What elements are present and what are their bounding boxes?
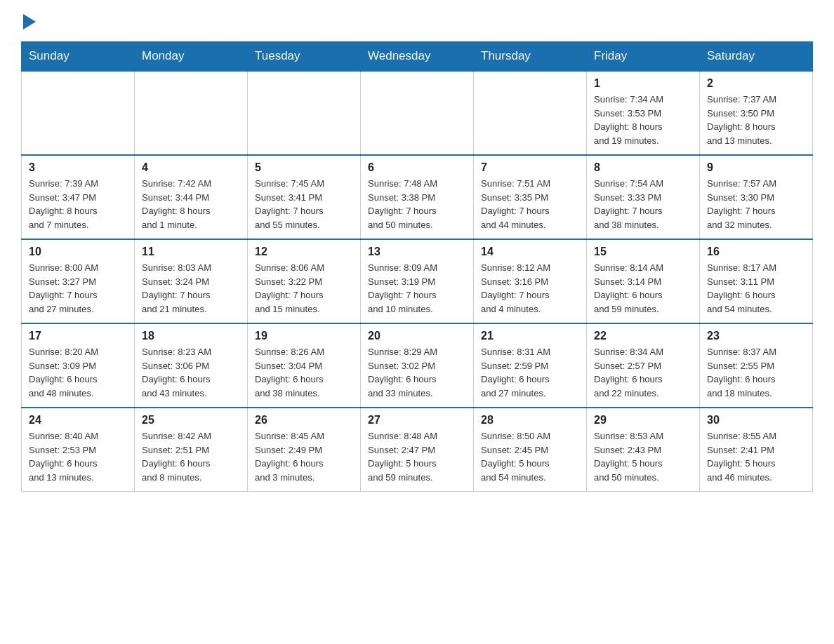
day-info: Sunrise: 8:55 AMSunset: 2:41 PMDaylight:… [707,429,805,484]
day-number: 5 [255,161,353,174]
day-info: Sunrise: 8:50 AMSunset: 2:45 PMDaylight:… [481,429,579,484]
day-info: Sunrise: 8:53 AMSunset: 2:43 PMDaylight:… [594,429,692,484]
day-info: Sunrise: 8:29 AMSunset: 3:02 PMDaylight:… [368,345,466,400]
day-number: 22 [594,330,692,342]
day-number: 3 [29,161,127,174]
calendar-cell [135,71,248,155]
day-info: Sunrise: 7:37 AMSunset: 3:50 PMDaylight:… [707,93,805,147]
calendar-cell: 7Sunrise: 7:51 AMSunset: 3:35 PMDaylight… [474,155,587,239]
day-number: 15 [594,246,692,258]
calendar-cell: 10Sunrise: 8:00 AMSunset: 3:27 PMDayligh… [22,239,135,323]
calendar-cell: 11Sunrise: 8:03 AMSunset: 3:24 PMDayligh… [135,239,248,323]
day-number: 13 [368,246,466,258]
calendar-cell: 3Sunrise: 7:39 AMSunset: 3:47 PMDaylight… [22,155,135,239]
day-info: Sunrise: 8:34 AMSunset: 2:57 PMDaylight:… [594,345,692,400]
day-info: Sunrise: 8:00 AMSunset: 3:27 PMDaylight:… [29,261,127,316]
calendar-cell [248,71,361,155]
day-number: 20 [368,330,466,342]
day-number: 17 [29,330,127,342]
calendar-week-row: 3Sunrise: 7:39 AMSunset: 3:47 PMDaylight… [22,155,813,239]
calendar-week-row: 1Sunrise: 7:34 AMSunset: 3:53 PMDaylight… [22,71,813,155]
calendar-week-row: 17Sunrise: 8:20 AMSunset: 3:09 PMDayligh… [22,323,813,408]
day-number: 6 [368,161,466,174]
day-info: Sunrise: 8:20 AMSunset: 3:09 PMDaylight:… [29,345,127,400]
day-info: Sunrise: 8:31 AMSunset: 2:59 PMDaylight:… [481,345,579,400]
day-number: 2 [707,77,805,90]
day-info: Sunrise: 7:42 AMSunset: 3:44 PMDaylight:… [142,177,240,232]
day-number: 10 [29,246,127,258]
calendar-weekday-thursday: Thursday [474,42,587,72]
day-info: Sunrise: 8:14 AMSunset: 3:14 PMDaylight:… [594,261,692,316]
day-number: 12 [255,246,353,258]
day-info: Sunrise: 8:06 AMSunset: 3:22 PMDaylight:… [255,261,353,316]
logo [21,14,36,30]
calendar-cell: 28Sunrise: 8:50 AMSunset: 2:45 PMDayligh… [474,408,587,492]
calendar-cell: 1Sunrise: 7:34 AMSunset: 3:53 PMDaylight… [587,71,700,155]
day-info: Sunrise: 8:12 AMSunset: 3:16 PMDaylight:… [481,261,579,316]
calendar-cell: 14Sunrise: 8:12 AMSunset: 3:16 PMDayligh… [474,239,587,323]
calendar-cell: 25Sunrise: 8:42 AMSunset: 2:51 PMDayligh… [135,408,248,492]
calendar-cell: 29Sunrise: 8:53 AMSunset: 2:43 PMDayligh… [587,408,700,492]
calendar-cell: 20Sunrise: 8:29 AMSunset: 3:02 PMDayligh… [361,323,474,408]
calendar-cell [474,71,587,155]
calendar-weekday-friday: Friday [587,42,700,72]
calendar-header-row: SundayMondayTuesdayWednesdayThursdayFrid… [22,42,813,72]
header [21,14,813,30]
calendar-cell: 17Sunrise: 8:20 AMSunset: 3:09 PMDayligh… [22,323,135,408]
day-info: Sunrise: 8:03 AMSunset: 3:24 PMDaylight:… [142,261,240,316]
day-info: Sunrise: 7:45 AMSunset: 3:41 PMDaylight:… [255,177,353,232]
calendar-weekday-sunday: Sunday [22,42,135,72]
day-number: 16 [707,246,805,258]
calendar-cell: 26Sunrise: 8:45 AMSunset: 2:49 PMDayligh… [248,408,361,492]
day-info: Sunrise: 8:42 AMSunset: 2:51 PMDaylight:… [142,429,240,484]
calendar-cell: 23Sunrise: 8:37 AMSunset: 2:55 PMDayligh… [700,323,813,408]
day-number: 9 [707,161,805,174]
calendar-cell: 4Sunrise: 7:42 AMSunset: 3:44 PMDaylight… [135,155,248,239]
calendar-cell: 5Sunrise: 7:45 AMSunset: 3:41 PMDaylight… [248,155,361,239]
day-info: Sunrise: 8:48 AMSunset: 2:47 PMDaylight:… [368,429,466,484]
day-number: 14 [481,246,579,258]
calendar-cell: 9Sunrise: 7:57 AMSunset: 3:30 PMDaylight… [700,155,813,239]
day-number: 26 [255,414,353,427]
day-info: Sunrise: 7:51 AMSunset: 3:35 PMDaylight:… [481,177,579,232]
calendar-cell: 15Sunrise: 8:14 AMSunset: 3:14 PMDayligh… [587,239,700,323]
calendar-cell: 21Sunrise: 8:31 AMSunset: 2:59 PMDayligh… [474,323,587,408]
day-info: Sunrise: 7:54 AMSunset: 3:33 PMDaylight:… [594,177,692,232]
calendar-cell: 24Sunrise: 8:40 AMSunset: 2:53 PMDayligh… [22,408,135,492]
day-number: 7 [481,161,579,174]
day-number: 29 [594,414,692,427]
calendar-weekday-tuesday: Tuesday [248,42,361,72]
calendar-header: SundayMondayTuesdayWednesdayThursdayFrid… [22,42,813,72]
day-info: Sunrise: 8:17 AMSunset: 3:11 PMDaylight:… [707,261,805,316]
day-number: 30 [707,414,805,427]
calendar-cell: 6Sunrise: 7:48 AMSunset: 3:38 PMDaylight… [361,155,474,239]
calendar-cell: 12Sunrise: 8:06 AMSunset: 3:22 PMDayligh… [248,239,361,323]
day-info: Sunrise: 7:48 AMSunset: 3:38 PMDaylight:… [368,177,466,232]
day-info: Sunrise: 8:23 AMSunset: 3:06 PMDaylight:… [142,345,240,400]
day-number: 11 [142,246,240,258]
day-number: 18 [142,330,240,342]
day-number: 21 [481,330,579,342]
calendar-cell: 16Sunrise: 8:17 AMSunset: 3:11 PMDayligh… [700,239,813,323]
calendar-cell [361,71,474,155]
day-number: 24 [29,414,127,427]
calendar-cell: 30Sunrise: 8:55 AMSunset: 2:41 PMDayligh… [700,408,813,492]
calendar-cell: 18Sunrise: 8:23 AMSunset: 3:06 PMDayligh… [135,323,248,408]
calendar-cell: 27Sunrise: 8:48 AMSunset: 2:47 PMDayligh… [361,408,474,492]
calendar-cell [22,71,135,155]
day-number: 19 [255,330,353,342]
day-info: Sunrise: 7:39 AMSunset: 3:47 PMDaylight:… [29,177,127,232]
calendar-cell: 2Sunrise: 7:37 AMSunset: 3:50 PMDaylight… [700,71,813,155]
day-number: 4 [142,161,240,174]
day-number: 28 [481,414,579,427]
calendar-cell: 19Sunrise: 8:26 AMSunset: 3:04 PMDayligh… [248,323,361,408]
day-number: 1 [594,77,692,90]
day-number: 25 [142,414,240,427]
day-info: Sunrise: 8:37 AMSunset: 2:55 PMDaylight:… [707,345,805,400]
day-number: 23 [707,330,805,342]
calendar-week-row: 24Sunrise: 8:40 AMSunset: 2:53 PMDayligh… [22,408,813,492]
day-info: Sunrise: 7:57 AMSunset: 3:30 PMDaylight:… [707,177,805,232]
day-info: Sunrise: 8:40 AMSunset: 2:53 PMDaylight:… [29,429,127,484]
day-info: Sunrise: 8:26 AMSunset: 3:04 PMDaylight:… [255,345,353,400]
day-info: Sunrise: 7:34 AMSunset: 3:53 PMDaylight:… [594,93,692,147]
